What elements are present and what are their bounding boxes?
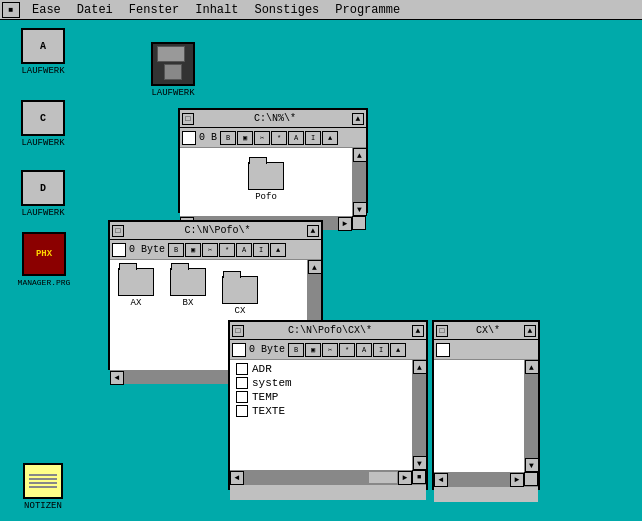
window-1-titlebar: □ C:\N%\* ▲: [180, 110, 366, 128]
w4-scrollbar-v-down[interactable]: ▼: [525, 458, 539, 472]
window-4-check[interactable]: [436, 343, 450, 357]
file-adr[interactable]: ADR: [232, 362, 410, 376]
file-temp-check[interactable]: [236, 391, 248, 403]
pofo-folder-shape: [248, 162, 284, 190]
window-2-resize[interactable]: ▲: [307, 225, 319, 237]
w3-tb-btn-5[interactable]: A: [356, 343, 372, 357]
tb-btn-5[interactable]: A: [288, 131, 304, 145]
ax-folder-name: AX: [131, 298, 142, 308]
w3-scrollbar-thumb: [368, 471, 398, 484]
w3-tb-btn-4[interactable]: *: [339, 343, 355, 357]
drive-n-floppy: N: [151, 42, 195, 86]
menu-programme[interactable]: Programme: [327, 3, 408, 17]
w3-tb-btn-3[interactable]: ✂: [322, 343, 338, 357]
app-icon[interactable]: ■: [2, 2, 20, 18]
window-4-scrollbar-h[interactable]: ◄ ►: [434, 472, 524, 486]
tb-btn-7[interactable]: ▲: [322, 131, 338, 145]
window-4-title: CX\*: [452, 325, 524, 336]
tb-btn-2[interactable]: ▣: [237, 131, 253, 145]
window-2-toolbar: 0 Byte B ▣ ✂ * A I ▲: [110, 240, 321, 260]
w4-scrollbar-v-track: [525, 374, 538, 458]
tb-btn-3[interactable]: ✂: [254, 131, 270, 145]
drive-a-icon[interactable]: A LAUFWERK: [8, 28, 78, 76]
w3-scrollbar-corner[interactable]: ■: [412, 470, 426, 484]
window-1-check[interactable]: [182, 131, 196, 145]
drive-d-box: D: [21, 170, 65, 206]
drive-c-box: C: [21, 100, 65, 136]
w3-tb-btn-2[interactable]: ▣: [305, 343, 321, 357]
w3-scrollbar-h-right[interactable]: ►: [398, 471, 412, 485]
w2-tb-btn-1[interactable]: B: [168, 243, 184, 257]
w3-tb-btn-1[interactable]: B: [288, 343, 304, 357]
pofo-folder[interactable]: Pofo: [244, 158, 288, 206]
w2-scrollbar-h-left[interactable]: ◄: [110, 371, 124, 385]
window-3-check[interactable]: [232, 343, 246, 357]
cx-folder[interactable]: CX: [218, 272, 262, 320]
menu-inhalt[interactable]: Inhalt: [187, 3, 246, 17]
drive-c-icon[interactable]: C LAUFWERK: [8, 100, 78, 148]
drive-d-icon[interactable]: D LAUFWERK: [8, 170, 78, 218]
scrollbar-v-up[interactable]: ▲: [353, 148, 367, 162]
ax-folder[interactable]: AX: [114, 264, 158, 320]
ax-folder-shape: [118, 268, 154, 296]
menu-ease[interactable]: Ease: [24, 3, 69, 17]
menu-datei[interactable]: Datei: [69, 3, 121, 17]
window-4-scrollbar-v[interactable]: ▲ ▼: [524, 360, 538, 472]
manager-icon[interactable]: PHX MANAGER.PRG: [8, 232, 80, 287]
tb-btn-6[interactable]: I: [305, 131, 321, 145]
window-3-scrollbar-v[interactable]: ▲ ▼: [412, 360, 426, 470]
window-1-close[interactable]: □: [182, 113, 194, 125]
menu-fenster[interactable]: Fenster: [121, 3, 187, 17]
window-2-check[interactable]: [112, 243, 126, 257]
file-temp-name: TEMP: [252, 391, 278, 403]
scrollbar-v-down[interactable]: ▼: [353, 202, 367, 216]
w3-scrollbar-h-left[interactable]: ◄: [230, 471, 244, 485]
w3-scrollbar-v-up[interactable]: ▲: [413, 360, 427, 374]
window-3-resize[interactable]: ▲: [412, 325, 424, 337]
window-4-statusbar: [434, 486, 538, 502]
window-4-close[interactable]: □: [436, 325, 448, 337]
window-4: □ CX\* ▲ ▲ ▼ ◄ ►: [432, 320, 540, 490]
pofo-folder-name: Pofo: [255, 192, 277, 202]
file-adr-check[interactable]: [236, 363, 248, 375]
window-1-resize[interactable]: ▲: [352, 113, 364, 125]
scrollbar-h-right[interactable]: ►: [338, 217, 352, 231]
window-3-scrollbar-h[interactable]: ◄ ►: [230, 470, 412, 484]
w2-tb-btn-4[interactable]: *: [219, 243, 235, 257]
w2-tb-btn-6[interactable]: I: [253, 243, 269, 257]
w2-tb-btn-2[interactable]: ▣: [185, 243, 201, 257]
w2-tb-btn-3[interactable]: ✂: [202, 243, 218, 257]
menu-sonstiges[interactable]: Sonstiges: [246, 3, 327, 17]
w4-scrollbar-v-up[interactable]: ▲: [525, 360, 539, 374]
file-texte-check[interactable]: [236, 405, 248, 417]
w3-scrollbar-v-down[interactable]: ▼: [413, 456, 427, 470]
w3-tb-btn-6[interactable]: I: [373, 343, 389, 357]
w4-scrollbar-h-right[interactable]: ►: [510, 473, 524, 487]
notizen-icon[interactable]: NOTIZEN: [8, 463, 78, 511]
w3-tb-btn-7[interactable]: ▲: [390, 343, 406, 357]
notizen-label: NOTIZEN: [24, 501, 62, 511]
w2-tb-btn-7[interactable]: ▲: [270, 243, 286, 257]
window-4-content: [434, 360, 524, 472]
window-4-body: ▲ ▼: [434, 360, 538, 472]
tb-btn-1[interactable]: B: [220, 131, 236, 145]
window-2-close[interactable]: □: [112, 225, 124, 237]
cx-folder-shape: [222, 276, 258, 304]
file-system[interactable]: system: [232, 376, 410, 390]
w4-scrollbar-h-left[interactable]: ◄: [434, 473, 448, 487]
bx-folder[interactable]: BX: [166, 264, 210, 320]
window-1-title: C:\N%\*: [198, 113, 352, 124]
drive-n-icon[interactable]: N LAUFWERK: [138, 42, 208, 98]
file-texte[interactable]: TEXTE: [232, 404, 410, 418]
bx-folder-name: BX: [183, 298, 194, 308]
w2-tb-btn-5[interactable]: A: [236, 243, 252, 257]
window-3-close[interactable]: □: [232, 325, 244, 337]
file-temp[interactable]: TEMP: [232, 390, 410, 404]
scrollbar-corner: [352, 216, 366, 230]
file-system-check[interactable]: [236, 377, 248, 389]
window-1-scrollbar-v[interactable]: ▲ ▼: [352, 148, 366, 216]
w2-scrollbar-v-up[interactable]: ▲: [308, 260, 322, 274]
tb-btn-4[interactable]: *: [271, 131, 287, 145]
window-4-resize[interactable]: ▲: [524, 325, 536, 337]
drive-n-label: LAUFWERK: [151, 88, 194, 98]
